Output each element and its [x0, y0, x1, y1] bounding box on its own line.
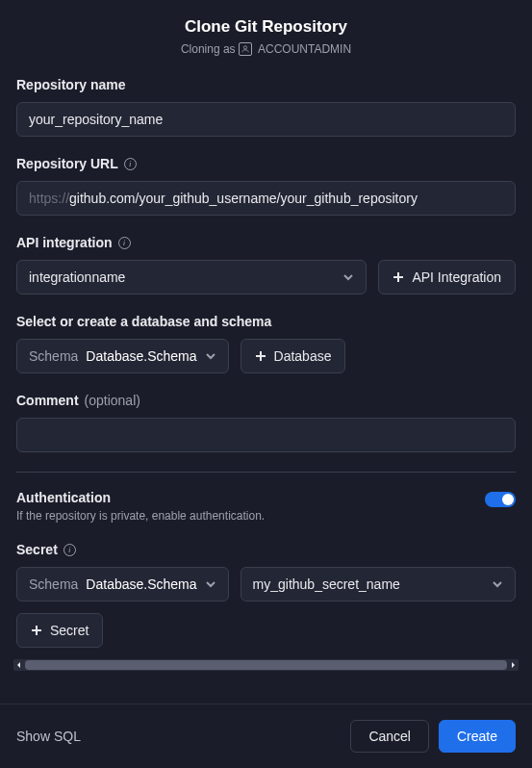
modal-footer: Show SQL Cancel Create — [0, 704, 532, 768]
secret-schema-prefix: Schema — [29, 576, 78, 592]
api-integration-label-text: API integration — [16, 235, 113, 250]
modal-header: Clone Git Repository Cloning as ACCOUNTA… — [16, 17, 516, 56]
info-icon[interactable]: i — [118, 237, 131, 249]
plus-icon — [393, 271, 404, 283]
show-sql-button[interactable]: Show SQL — [16, 729, 81, 744]
scroll-right-arrow[interactable] — [507, 659, 519, 671]
repo-url-input[interactable] — [69, 191, 503, 206]
info-icon[interactable]: i — [63, 544, 76, 556]
auth-subtitle: If the repository is private, enable aut… — [16, 509, 265, 523]
divider — [16, 472, 516, 473]
scroll-thumb[interactable] — [25, 660, 507, 670]
role-icon — [239, 42, 252, 56]
horizontal-scrollbar[interactable] — [13, 659, 519, 671]
api-integration-select[interactable]: integrationname — [16, 260, 367, 294]
toggle-knob — [502, 494, 514, 505]
repo-url-input-wrapper[interactable]: https:// — [16, 181, 516, 216]
modal-title: Clone Git Repository — [16, 17, 516, 37]
plus-icon — [255, 350, 266, 362]
secret-selected: my_github_secret_name — [253, 576, 400, 592]
api-integration-field: API integration i integrationname API In… — [16, 235, 516, 294]
add-api-integration-label: API Integration — [412, 269, 501, 285]
auth-title: Authentication — [16, 490, 265, 505]
secret-schema-value: Database.Schema — [86, 576, 196, 592]
comment-field: Comment (optional) — [16, 393, 516, 452]
plus-icon — [31, 625, 42, 636]
api-integration-selected: integrationname — [29, 269, 125, 285]
repo-url-label: Repository URL i — [16, 156, 516, 171]
add-api-integration-button[interactable]: API Integration — [378, 260, 516, 294]
add-database-button[interactable]: Database — [241, 339, 346, 373]
schema-prefix: Schema — [29, 348, 78, 364]
secret-name-select[interactable]: my_github_secret_name — [241, 567, 516, 602]
chevron-down-icon — [205, 350, 216, 362]
secret-schema-select[interactable]: Schema Database.Schema — [16, 567, 229, 602]
cancel-button[interactable]: Cancel — [350, 720, 429, 753]
role-badge: ACCOUNTADMIN — [239, 42, 351, 56]
chevron-down-icon — [342, 271, 354, 283]
chevron-down-icon — [492, 578, 503, 590]
secret-label: Secret i — [16, 542, 516, 557]
comment-label: Comment (optional) — [16, 393, 516, 408]
schema-value: Database.Schema — [86, 348, 196, 364]
role-name: ACCOUNTADMIN — [258, 42, 351, 56]
info-icon[interactable]: i — [124, 158, 137, 170]
repo-name-label: Repository name — [16, 77, 516, 92]
repo-url-field: Repository URL i https:// — [16, 156, 516, 216]
repo-name-field: Repository name — [16, 77, 516, 137]
secret-field: Secret i Schema Database.Schema my_githu… — [16, 542, 516, 671]
db-schema-field: Select or create a database and schema S… — [16, 314, 516, 373]
comment-optional: (optional) — [85, 393, 140, 408]
add-secret-button[interactable]: Secret — [16, 613, 103, 648]
modal-subtitle: Cloning as ACCOUNTADMIN — [16, 42, 516, 56]
repo-url-label-text: Repository URL — [16, 156, 118, 171]
scroll-left-arrow[interactable] — [13, 659, 25, 671]
clone-repo-modal: Clone Git Repository Cloning as ACCOUNTA… — [0, 0, 532, 671]
auth-text: Authentication If the repository is priv… — [16, 490, 265, 523]
add-database-label: Database — [274, 348, 332, 364]
create-button[interactable]: Create — [439, 720, 516, 753]
schema-select[interactable]: Schema Database.Schema — [16, 339, 229, 373]
comment-input[interactable] — [16, 418, 516, 452]
add-secret-label: Secret — [50, 623, 89, 638]
repo-name-input[interactable] — [16, 102, 516, 137]
url-prefix: https:// — [29, 191, 69, 206]
auth-section: Authentication If the repository is priv… — [16, 490, 516, 523]
db-schema-label: Select or create a database and schema — [16, 314, 516, 329]
secret-label-text: Secret — [16, 542, 58, 557]
comment-label-text: Comment — [16, 393, 79, 408]
auth-toggle[interactable] — [485, 492, 516, 507]
api-integration-label: API integration i — [16, 235, 516, 250]
chevron-down-icon — [205, 578, 216, 590]
cloning-as-text: Cloning as — [181, 42, 236, 56]
